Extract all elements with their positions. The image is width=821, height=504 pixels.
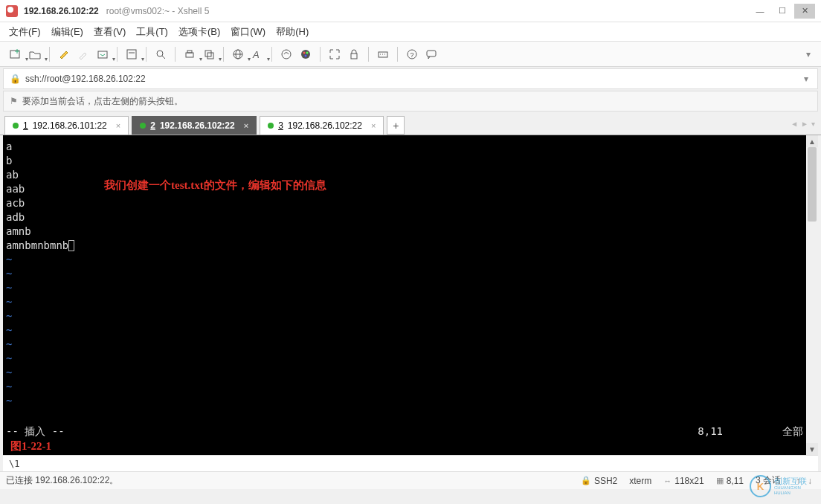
help-icon[interactable]: ?	[404, 46, 420, 62]
menu-help[interactable]: 帮助(H)	[276, 25, 309, 39]
menu-edit[interactable]: 编辑(E)	[51, 25, 83, 39]
color-icon[interactable]	[297, 46, 314, 62]
menu-file[interactable]: 文件(F)	[9, 25, 41, 39]
menu-view[interactable]: 查看(V)	[94, 25, 126, 39]
terminal-line: acb	[6, 196, 803, 210]
terminal-line: amnbmnbmnb	[6, 239, 803, 253]
svg-point-19	[306, 51, 309, 54]
svg-text:A: A	[252, 49, 260, 60]
scroll-thumb[interactable]	[808, 147, 817, 222]
highlight-icon[interactable]	[56, 46, 72, 62]
copy-icon[interactable]	[201, 46, 217, 62]
menu-tabs[interactable]: 选项卡(B)	[178, 25, 220, 39]
svg-rect-8	[186, 53, 193, 57]
window-controls: — ☐ ✕	[750, 4, 815, 19]
input-echo-bar: \1	[3, 455, 818, 471]
tab-next-icon[interactable]: ►	[801, 120, 808, 128]
window-title-main: 192.168.26.102:22	[24, 6, 99, 16]
cursor-icon	[68, 240, 74, 251]
search-icon[interactable]	[152, 46, 169, 62]
chat-icon[interactable]	[423, 46, 440, 62]
toolbar-separator	[175, 47, 176, 62]
status-term: xterm	[629, 476, 651, 486]
session-tab-1[interactable]: 1 192.168.26.101:22 ×	[4, 116, 129, 135]
keyboard-icon[interactable]	[375, 46, 391, 62]
grid-tiny-icon: ▦	[716, 476, 724, 485]
lock-icon[interactable]	[346, 46, 362, 62]
properties-icon[interactable]	[123, 46, 140, 62]
vim-mode: -- 插入 --	[6, 424, 65, 439]
svg-rect-4	[127, 50, 136, 59]
tab-close-icon[interactable]: ×	[244, 121, 248, 130]
watermark: K 创新互联 CHUANGXIN HULIAN	[750, 473, 817, 500]
status-cursor: ▦8,11	[716, 476, 744, 486]
svg-rect-21	[351, 54, 357, 59]
print-icon[interactable]	[181, 46, 198, 62]
terminal-line: b	[6, 154, 803, 168]
new-session-icon[interactable]	[7, 46, 24, 62]
toolbar-separator	[397, 47, 398, 62]
status-dot-icon	[268, 123, 274, 129]
svg-line-7	[162, 56, 165, 59]
menu-window[interactable]: 窗口(W)	[231, 25, 265, 39]
address-overflow-icon[interactable]: ▾	[801, 71, 811, 86]
svg-rect-9	[187, 51, 192, 53]
session-tab-3[interactable]: 3 192.168.26.102:22 ×	[260, 116, 384, 135]
menu-tools[interactable]: 工具(T)	[136, 25, 168, 39]
vim-tilde: ~	[6, 337, 803, 352]
svg-rect-10	[205, 51, 211, 56]
reconnect-icon[interactable]	[94, 46, 111, 62]
status-bar: 已连接 192.168.26.102:22。 🔒SSH2 xterm ↔118x…	[0, 471, 821, 489]
open-session-icon[interactable]	[27, 46, 43, 62]
toolbar-separator	[146, 47, 147, 62]
toolbar: A ? ▾	[0, 42, 821, 67]
status-dot-icon	[140, 123, 146, 129]
close-button[interactable]: ✕	[794, 4, 815, 19]
vim-tilde: ~	[6, 281, 803, 295]
toolbar-separator	[271, 47, 272, 62]
vim-tilde: ~	[6, 366, 803, 380]
tab-label: 192.168.26.102:22	[288, 120, 362, 131]
tab-close-icon[interactable]: ×	[371, 121, 376, 130]
maximize-button[interactable]: ☐	[772, 4, 793, 19]
status-connection: 已连接 192.168.26.102:22。	[6, 474, 118, 487]
scroll-up-icon[interactable]: ▲	[806, 135, 818, 147]
window-title-sub: root@vms002:~ - Xshell 5	[106, 6, 210, 16]
tab-label: 192.168.26.102:22	[160, 120, 235, 131]
terminal-line: a	[6, 140, 803, 154]
scroll-down-icon[interactable]: ▼	[806, 443, 818, 455]
toolbar-separator	[368, 47, 369, 62]
vertical-scrollbar[interactable]: ▲ ▼	[806, 135, 818, 455]
svg-point-17	[301, 50, 310, 59]
minimize-button[interactable]: —	[750, 4, 770, 19]
tab-prev-icon[interactable]: ◄	[791, 120, 798, 128]
terminal-area: a b ab aab acb adb amnb amnbmnbmnb ~~~~~…	[3, 135, 818, 455]
toolbar-separator	[223, 47, 224, 62]
tabs-bar: 1 192.168.26.101:22 × 2 192.168.26.102:2…	[0, 113, 821, 135]
font-icon[interactable]: A	[249, 46, 265, 62]
tab-number: 3	[278, 120, 283, 131]
resize-icon: ↔	[663, 476, 672, 485]
script-icon[interactable]	[278, 46, 294, 62]
vim-tilde: ~	[6, 323, 803, 337]
fullscreen-icon[interactable]	[326, 46, 343, 62]
address-bar[interactable]: 🔒 ssh://root@192.168.26.102:22 ▾	[3, 68, 818, 89]
tab-close-icon[interactable]: ×	[116, 121, 120, 130]
figure-label: 图1-22-1	[10, 439, 51, 453]
tab-number: 2	[150, 120, 155, 131]
svg-point-6	[157, 51, 163, 56]
eyedropper-icon[interactable]	[75, 46, 91, 62]
svg-rect-11	[207, 53, 213, 59]
hint-text: 要添加当前会话，点击左侧的箭头按钮。	[22, 95, 183, 108]
toolbar-overflow-icon[interactable]: ▾	[803, 47, 814, 62]
vim-position: 8,11	[698, 424, 723, 439]
add-tab-button[interactable]: +	[387, 116, 405, 135]
tab-list-icon[interactable]: ▾	[811, 120, 815, 128]
status-ssh: 🔒SSH2	[581, 476, 617, 486]
session-tab-2[interactable]: 2 192.168.26.102:22 ×	[132, 116, 257, 135]
terminal[interactable]: a b ab aab acb adb amnb amnbmnbmnb ~~~~~…	[3, 135, 806, 455]
svg-point-16	[282, 50, 291, 59]
globe-icon[interactable]	[230, 46, 246, 62]
vim-tilde: ~	[6, 295, 803, 309]
address-url: ssh://root@192.168.26.102:22	[25, 74, 146, 84]
